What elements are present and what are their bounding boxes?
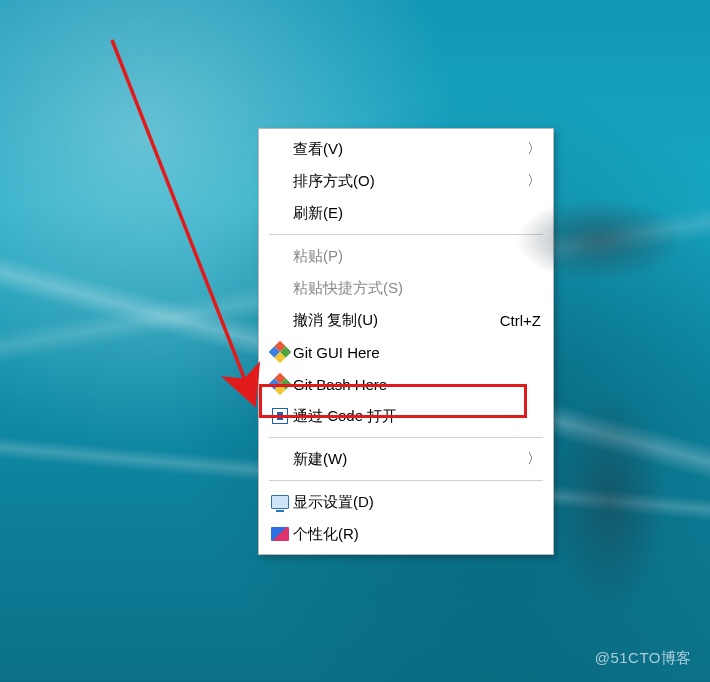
watermark-text: @51CTO博客 — [595, 649, 692, 668]
empty-icon — [267, 203, 293, 223]
menu-item-label: 个性化(R) — [293, 525, 541, 544]
desktop-context-menu: 查看(V) 〉 排序方式(O) 〉 刷新(E) 粘贴(P) 粘贴快捷方式(S) … — [258, 128, 554, 555]
menu-item-git-gui[interactable]: Git GUI Here — [261, 336, 551, 368]
menu-item-label: 刷新(E) — [293, 204, 541, 223]
menu-item-label: 排序方式(O) — [293, 172, 525, 191]
empty-icon — [267, 139, 293, 159]
menu-item-sort[interactable]: 排序方式(O) 〉 — [261, 165, 551, 197]
chevron-right-icon: 〉 — [525, 172, 541, 190]
menu-separator — [269, 437, 543, 438]
empty-icon — [267, 246, 293, 266]
menu-item-git-bash[interactable]: Git Bash Here — [261, 368, 551, 400]
git-icon — [267, 374, 293, 394]
empty-icon — [267, 278, 293, 298]
menu-item-shortcut: Ctrl+Z — [486, 312, 541, 329]
desktop-background[interactable]: 查看(V) 〉 排序方式(O) 〉 刷新(E) 粘贴(P) 粘贴快捷方式(S) … — [0, 0, 710, 682]
menu-item-label: 新建(W) — [293, 450, 525, 469]
menu-item-label: 通过 Code 打开 — [293, 407, 541, 426]
menu-item-paste: 粘贴(P) — [261, 240, 551, 272]
personalize-icon — [267, 524, 293, 544]
menu-item-view[interactable]: 查看(V) 〉 — [261, 133, 551, 165]
menu-item-label: 查看(V) — [293, 140, 525, 159]
menu-separator — [269, 480, 543, 481]
menu-item-label: 粘贴(P) — [293, 247, 541, 266]
menu-item-open-with-code[interactable]: 通过 Code 打开 — [261, 400, 551, 432]
git-icon — [267, 342, 293, 362]
menu-separator — [269, 234, 543, 235]
menu-item-label: 撤消 复制(U) — [293, 311, 486, 330]
svg-line-0 — [112, 40, 252, 398]
menu-item-new[interactable]: 新建(W) 〉 — [261, 443, 551, 475]
code-icon — [267, 406, 293, 426]
menu-item-label: 显示设置(D) — [293, 493, 541, 512]
menu-item-label: Git Bash Here — [293, 376, 541, 393]
menu-item-label: Git GUI Here — [293, 344, 541, 361]
menu-item-undo-copy[interactable]: 撤消 复制(U) Ctrl+Z — [261, 304, 551, 336]
menu-item-paste-shortcut: 粘贴快捷方式(S) — [261, 272, 551, 304]
menu-item-refresh[interactable]: 刷新(E) — [261, 197, 551, 229]
chevron-right-icon: 〉 — [525, 450, 541, 468]
empty-icon — [267, 171, 293, 191]
menu-item-label: 粘贴快捷方式(S) — [293, 279, 541, 298]
empty-icon — [267, 310, 293, 330]
chevron-right-icon: 〉 — [525, 140, 541, 158]
menu-item-display-settings[interactable]: 显示设置(D) — [261, 486, 551, 518]
empty-icon — [267, 449, 293, 469]
monitor-icon — [267, 492, 293, 512]
menu-item-personalize[interactable]: 个性化(R) — [261, 518, 551, 550]
